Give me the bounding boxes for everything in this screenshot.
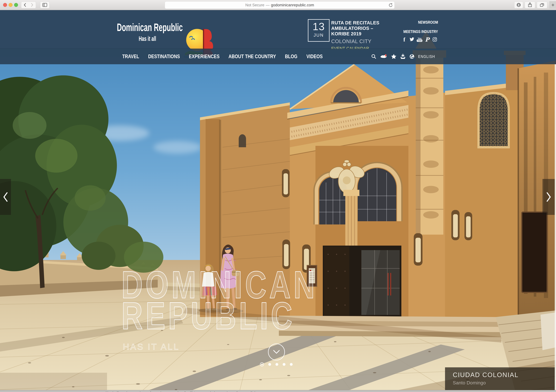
reload-button[interactable] [388,3,393,8]
logo-tagline: Has it all [139,35,156,42]
page-scrollbar-gutter[interactable] [555,64,556,390]
hero-subtitle: HAS IT ALL [123,342,179,352]
pinterest-icon[interactable]: P [425,37,430,42]
carousel-dot-4[interactable] [283,363,286,366]
hero-photo [0,49,556,392]
carousel-dot-1[interactable] [260,362,264,366]
hero-carousel [0,49,556,392]
tab-overview-button[interactable] [537,1,547,8]
download-tray-icon[interactable] [400,54,406,59]
youtube-icon[interactable]: YouTube [417,37,422,42]
minimize-window-button[interactable] [8,3,13,7]
event-month: JUN [309,33,329,38]
sidebar-icon [42,3,47,7]
browser-toolbar: Not Secure — godominicanrepublic.com + [0,0,556,10]
main-nav: TRAVEL DESTINATIONS EXPERIENCES ABOUT TH… [0,49,556,64]
browser-window: DOMINICAN REPUBLIC HAS IT ALL CIUDAD COL… [0,0,556,392]
zoom-window-button[interactable] [14,3,18,7]
newsroom-link[interactable]: NEWSROOM [418,20,438,25]
globe-icon[interactable] [409,54,415,59]
nav-item-travel[interactable]: TRAVEL [122,54,139,59]
forward-arrow-icon [31,3,33,7]
event-info: RUTA DE RECITALES AMBULATORIOS – KORIBE … [331,20,387,51]
close-window-button[interactable] [3,3,7,7]
search-icon[interactable] [371,54,377,59]
security-label: Not Secure [245,3,264,7]
carousel-dot-5[interactable] [290,363,293,366]
nav-item-about-the-country[interactable]: ABOUT THE COUNTRY [229,54,276,59]
downloads-button[interactable] [514,1,523,8]
site-header: Dominican Republic Has it all 13 JUN RUT… [0,10,556,49]
main-menu: TRAVEL DESTINATIONS EXPERIENCES ABOUT TH… [122,49,323,64]
instagram-icon[interactable] [432,37,437,42]
nav-tools: ENGLISH [371,49,438,64]
back-button[interactable] [21,1,29,8]
meetings-industry-link[interactable]: MEETINGS INDUSTRY [403,29,438,34]
favorites-star-icon[interactable] [391,54,396,59]
slide-location-title: CIUDAD COLONIAL [453,371,555,379]
event-location: COLONIAL CITY [331,39,387,44]
nav-item-videos[interactable]: VIDEOS [306,54,323,59]
new-tab-button[interactable]: + [549,1,556,9]
peek-text: Single Entry is one piece of creative ex… [101,391,282,392]
event-title[interactable]: RUTA DE RECITALES AMBULATORIOS – KORIBE … [331,20,387,37]
carousel-prev-button[interactable] [0,179,11,215]
carousel-dot-3[interactable] [276,363,278,366]
social-links: f YouTube P [402,37,437,42]
language-selector[interactable]: ENGLISH [418,54,435,59]
logo-title: Dominican Republic [117,22,183,33]
share-icon [528,2,532,8]
facebook-icon[interactable]: f [402,37,407,42]
chevron-left-icon [3,192,8,202]
forward-button[interactable] [28,1,36,8]
map-locator-icon[interactable] [380,54,387,59]
carousel-dot-2[interactable] [268,363,271,366]
downloads-icon [517,3,521,7]
twitter-icon[interactable] [409,37,415,42]
next-section-peek: Single Entry is one piece of creative ex… [0,390,556,392]
share-button[interactable] [525,1,535,8]
chevron-right-icon [546,192,551,202]
nav-item-experiences[interactable]: EXPERIENCES [189,54,220,59]
slide-location-subtitle: Santo Domingo [453,380,555,385]
carousel-dots [260,362,294,366]
back-arrow-icon [24,3,26,7]
hero-title-line2: REPUBLIC [121,297,295,335]
url-text: godominicanrepublic.com [271,3,314,7]
slide-location-panel: CIUDAD COLONIAL Santo Domingo [445,367,555,390]
reload-icon [388,3,393,8]
scroll-down-button[interactable] [268,344,285,361]
tabs-icon [540,3,544,7]
carousel-next-button[interactable] [542,179,555,215]
event-date-box[interactable]: 13 JUN [308,19,330,42]
sidebar-button[interactable] [40,1,49,8]
event-day: 13 [309,21,329,33]
chevron-down-icon [273,350,280,354]
address-bar[interactable]: Not Secure — godominicanrepublic.com [165,1,395,9]
nav-item-destinations[interactable]: DESTINATIONS [148,54,180,59]
nav-item-blog[interactable]: BLOG [285,54,297,59]
